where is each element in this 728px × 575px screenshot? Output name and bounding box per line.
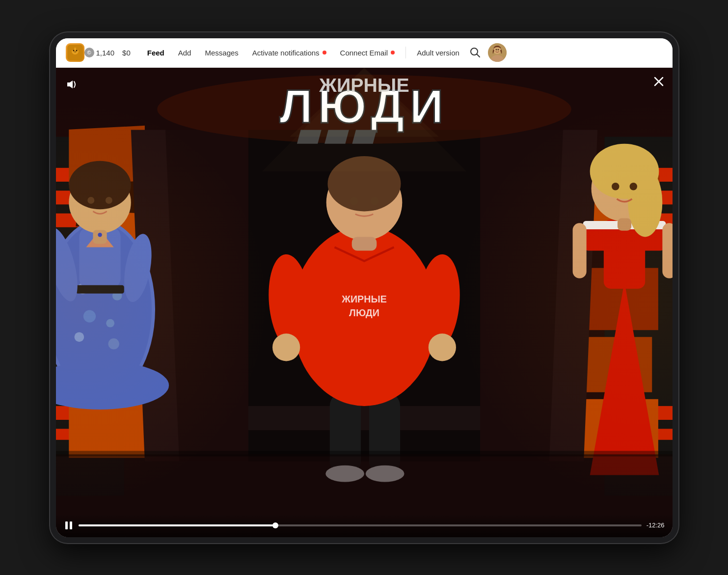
svg-point-92 xyxy=(272,333,300,361)
svg-rect-51 xyxy=(220,406,508,430)
coins-value: 1,140 xyxy=(96,49,115,57)
close-button[interactable] xyxy=(651,74,667,89)
nav-feed[interactable]: Feed xyxy=(140,46,171,60)
nav-adult-version[interactable]: Adult version xyxy=(410,46,466,60)
avatar-image xyxy=(488,43,507,62)
app-logo[interactable] xyxy=(66,43,84,62)
svg-point-68 xyxy=(106,319,114,327)
money-value[interactable]: $0 xyxy=(122,49,131,57)
nav-activate-notifications[interactable]: Activate notifications xyxy=(245,46,333,60)
svg-rect-103 xyxy=(572,223,586,278)
svg-rect-118 xyxy=(65,521,68,529)
pause-icon xyxy=(64,520,74,530)
svg-point-93 xyxy=(428,333,456,361)
nav-separator xyxy=(405,47,406,58)
svg-point-108 xyxy=(612,183,619,190)
email-dot xyxy=(391,51,395,55)
svg-marker-115 xyxy=(67,81,73,88)
svg-point-69 xyxy=(74,332,84,342)
svg-point-67 xyxy=(83,310,95,322)
svg-point-2 xyxy=(71,47,74,51)
progress-fill xyxy=(79,524,275,526)
progress-bar[interactable] xyxy=(79,524,642,526)
tablet-screen: © 1,140 $0 Feed Add Messages Activate no… xyxy=(56,38,673,537)
svg-point-96 xyxy=(350,196,358,205)
svg-rect-98 xyxy=(351,237,377,250)
svg-point-3 xyxy=(76,47,79,51)
svg-point-4 xyxy=(73,50,74,52)
search-icon xyxy=(470,47,481,58)
svg-text:ЖИРНЫЕ: ЖИРНЫЕ xyxy=(341,294,387,304)
play-pause-button[interactable] xyxy=(64,520,74,530)
stage-background: ЛЮДИ ЖИРНЫЕ xyxy=(56,68,673,537)
svg-rect-110 xyxy=(617,218,631,230)
volume-icon xyxy=(66,79,80,90)
svg-point-7 xyxy=(75,52,76,53)
video-container[interactable]: ЛЮДИ ЖИРНЫЕ xyxy=(56,68,673,537)
svg-point-13 xyxy=(495,49,497,51)
svg-point-80 xyxy=(105,196,112,203)
svg-point-82 xyxy=(98,233,102,237)
nav-connect-email[interactable]: Connect Email xyxy=(333,46,402,60)
svg-point-78 xyxy=(69,161,131,209)
stage-scene: ЛЮДИ ЖИРНЫЕ xyxy=(56,68,673,537)
svg-point-70 xyxy=(108,338,119,349)
logo-icon xyxy=(67,45,83,60)
svg-point-109 xyxy=(629,183,637,190)
svg-point-14 xyxy=(497,49,499,51)
close-icon xyxy=(653,76,665,87)
progress-thumb xyxy=(272,522,278,528)
coin-icon: © xyxy=(84,48,94,57)
nav-messages[interactable]: Messages xyxy=(198,46,245,60)
video-controls: -12:26 xyxy=(56,514,673,537)
svg-point-79 xyxy=(87,196,94,203)
svg-line-9 xyxy=(477,55,480,57)
nav-add[interactable]: Add xyxy=(171,46,198,60)
svg-rect-112 xyxy=(56,451,673,456)
svg-rect-119 xyxy=(70,521,72,529)
svg-text:ЛЮДИ: ЛЮДИ xyxy=(349,307,379,318)
svg-rect-104 xyxy=(662,223,673,278)
svg-point-107 xyxy=(628,167,662,237)
navbar: © 1,140 $0 Feed Add Messages Activate no… xyxy=(56,38,673,68)
user-avatar[interactable] xyxy=(488,43,507,62)
svg-point-5 xyxy=(76,50,77,52)
volume-button[interactable] xyxy=(64,76,81,93)
notifications-dot xyxy=(323,51,326,55)
coins-display[interactable]: © 1,140 xyxy=(84,48,115,57)
nav-search-button[interactable] xyxy=(466,44,484,61)
svg-point-97 xyxy=(370,196,378,205)
tablet-device: © 1,140 $0 Feed Add Messages Activate no… xyxy=(50,32,678,543)
time-remaining: -12:26 xyxy=(647,521,665,529)
svg-rect-74 xyxy=(76,285,124,293)
